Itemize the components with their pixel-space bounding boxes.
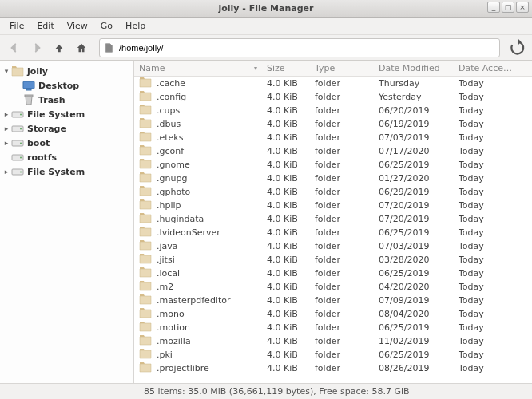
sidebar-item-file-system[interactable]: ▸File System (0, 107, 133, 121)
file-name-cell: .gnupg (134, 172, 262, 185)
file-row[interactable]: .cups4.0 KiBfolder06/20/2019Today (134, 104, 532, 117)
column-modified[interactable]: Date Modified (374, 63, 454, 73)
file-row[interactable]: .jitsi4.0 KiBfolder03/28/2020Today (134, 253, 532, 267)
path-input[interactable] (117, 42, 496, 53)
folder-icon (139, 321, 152, 334)
file-accessed: Today (454, 255, 518, 265)
forward-button[interactable] (27, 38, 46, 57)
file-row[interactable]: .local4.0 KiBfolder06/25/2019Today (134, 267, 532, 280)
file-name: .jitsi (157, 255, 175, 265)
column-accessed[interactable]: Date Accessed (454, 63, 518, 73)
file-name-cell: .hplip (134, 199, 262, 212)
file-row[interactable]: .pki4.0 KiBfolder06/25/2019Today (134, 348, 532, 361)
file-row[interactable]: .gnupg4.0 KiBfolder01/27/2020Today (134, 172, 532, 185)
file-row[interactable]: .m24.0 KiBfolder04/20/2020Today (134, 280, 532, 294)
file-row[interactable]: .masterpdfeditor4.0 KiBfolder07/09/2019T… (134, 294, 532, 307)
sidebar-item-storage[interactable]: ▸Storage (0, 121, 133, 136)
file-pane: Name ▾ Size Type Date Modified Date Acce… (134, 61, 532, 383)
column-type[interactable]: Type (310, 63, 374, 73)
file-accessed: Today (454, 282, 518, 292)
file-type: folder (310, 92, 374, 102)
file-modified: Thursday (374, 78, 454, 89)
file-size: 4.0 KiB (262, 309, 310, 319)
menu-help[interactable]: Help (119, 18, 152, 34)
file-row[interactable]: .projectlibre4.0 KiBfolder08/26/2019Toda… (134, 361, 532, 375)
file-list[interactable]: .cache4.0 KiBfolderThursdayToday.config4… (134, 77, 532, 383)
file-accessed: Today (454, 309, 518, 319)
sidebar-item-file-system[interactable]: ▸File System (0, 164, 133, 179)
folder-icon (139, 253, 152, 267)
sidebar-item-desktop[interactable]: Desktop (0, 78, 133, 93)
menu-view[interactable]: View (61, 18, 94, 34)
folder-icon (139, 226, 152, 239)
file-row[interactable]: .dbus4.0 KiBfolder06/19/2019Today (134, 117, 532, 131)
menu-file[interactable]: File (3, 18, 30, 34)
folder-icon (139, 90, 152, 104)
file-name: .IvideonServer (157, 227, 220, 238)
column-name[interactable]: Name ▾ (134, 63, 262, 73)
disclosure-icon[interactable]: ▸ (2, 109, 11, 119)
file-row[interactable]: .hplip4.0 KiBfolder07/20/2019Today (134, 199, 532, 212)
file-modified: 07/20/2019 (374, 200, 454, 211)
file-row[interactable]: .cache4.0 KiBfolderThursdayToday (134, 77, 532, 90)
file-row[interactable]: .IvideonServer4.0 KiBfolder06/25/2019Tod… (134, 226, 532, 239)
close-button[interactable]: × (516, 2, 529, 13)
location-icon (103, 42, 114, 53)
file-row[interactable]: .java4.0 KiBfolder07/03/2019Today (134, 239, 532, 253)
file-size: 4.0 KiB (262, 200, 310, 211)
file-name: .cache (157, 78, 185, 89)
file-accessed: Today (454, 105, 518, 116)
file-type: folder (310, 322, 374, 333)
sort-indicator-icon: ▾ (254, 65, 257, 72)
folder-icon (139, 158, 152, 172)
disclosure-icon[interactable]: ▸ (2, 124, 11, 133)
file-size: 4.0 KiB (262, 160, 310, 170)
file-type: folder (310, 200, 374, 211)
file-row[interactable]: .gnome4.0 KiBfolder06/25/2019Today (134, 158, 532, 172)
toolbar (0, 35, 532, 61)
disclosure-icon[interactable]: ▸ (2, 138, 11, 148)
file-type: folder (310, 160, 374, 170)
file-row[interactable]: .motion4.0 KiBfolder06/25/2019Today (134, 321, 532, 334)
menu-go[interactable]: Go (94, 18, 119, 34)
minimize-button[interactable]: _ (487, 2, 500, 13)
file-name: .motion (157, 322, 190, 333)
file-row[interactable]: .eteks4.0 KiBfolder07/03/2019Today (134, 131, 532, 144)
file-row[interactable]: .config4.0 KiBfolderYesterdayToday (134, 90, 532, 104)
up-button[interactable] (50, 38, 69, 57)
sidebar[interactable]: ▾jollyDesktopTrash▸File System▸Storage▸b… (0, 61, 134, 383)
file-type: folder (310, 173, 374, 184)
content-area: ▾jollyDesktopTrash▸File System▸Storage▸b… (0, 61, 532, 383)
file-row[interactable]: .gphoto4.0 KiBfolder06/29/2019Today (134, 185, 532, 199)
file-modified: 07/20/2019 (374, 214, 454, 224)
reload-button[interactable] (508, 38, 527, 57)
sidebar-item-boot[interactable]: ▸boot (0, 136, 133, 150)
sidebar-item-jolly[interactable]: ▾jolly (0, 64, 133, 78)
column-headers: Name ▾ Size Type Date Modified Date Acce… (134, 61, 532, 77)
file-name-cell: .m2 (134, 280, 262, 294)
folder-icon (139, 144, 152, 158)
menu-edit[interactable]: Edit (30, 18, 60, 34)
back-button[interactable] (5, 38, 24, 57)
disclosure-icon[interactable]: ▸ (2, 167, 11, 176)
file-modified: 06/19/2019 (374, 119, 454, 129)
file-modified: 04/20/2020 (374, 282, 454, 292)
file-size: 4.0 KiB (262, 173, 310, 184)
home-button[interactable] (72, 38, 91, 57)
svg-rect-2 (25, 95, 33, 97)
folder-icon (139, 361, 152, 375)
sidebar-item-trash[interactable]: Trash (0, 93, 133, 107)
disclosure-icon[interactable]: ▾ (2, 66, 11, 76)
sidebar-item-rootfs[interactable]: rootfs (0, 150, 133, 164)
file-row[interactable]: .mozilla4.0 KiBfolder11/02/2019Today (134, 334, 532, 348)
file-name-cell: .gphoto (134, 185, 262, 199)
file-type: folder (310, 309, 374, 319)
file-row[interactable]: .mono4.0 KiBfolder08/04/2020Today (134, 307, 532, 321)
column-size[interactable]: Size (262, 63, 310, 73)
folder-icon (139, 239, 152, 253)
maximize-button[interactable]: □ (502, 2, 514, 13)
file-row[interactable]: .hugindata4.0 KiBfolder07/20/2019Today (134, 212, 532, 226)
file-accessed: Today (454, 350, 518, 360)
file-name-cell: .masterpdfeditor (134, 294, 262, 307)
file-row[interactable]: .gconf4.0 KiBfolder07/17/2020Today (134, 144, 532, 158)
